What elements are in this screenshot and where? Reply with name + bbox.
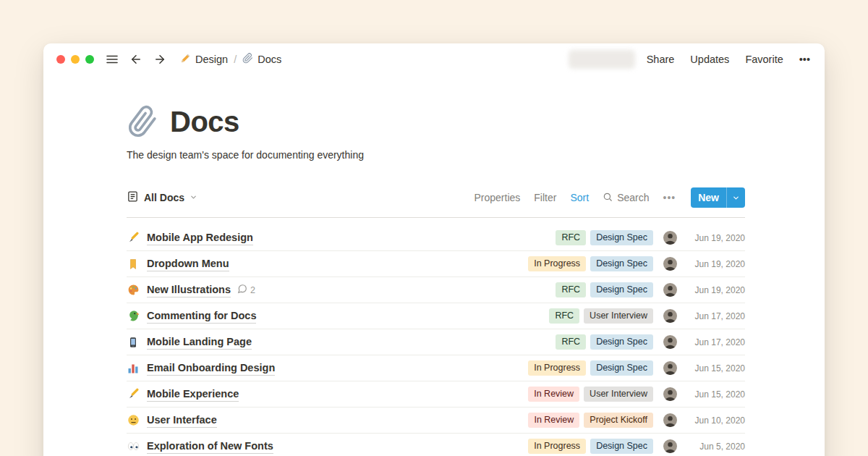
paperclip-icon xyxy=(127,106,158,138)
breadcrumb-separator: / xyxy=(234,54,237,65)
properties-button[interactable]: Properties xyxy=(475,192,521,203)
doc-title-link[interactable]: Mobile App Redesign xyxy=(147,231,253,245)
forward-arrow-icon[interactable] xyxy=(153,53,166,66)
avatar xyxy=(663,231,677,245)
tag-list: RFCDesign Spec xyxy=(556,334,653,350)
tag[interactable]: Design Spec xyxy=(590,360,653,376)
doc-title-link[interactable]: New Illustrations xyxy=(147,283,231,297)
date-label: Jun 17, 2020 xyxy=(684,337,745,347)
doc-title-link[interactable]: Exploration of New Fonts xyxy=(147,439,273,454)
tag[interactable]: RFC xyxy=(549,308,579,324)
tag-list: RFCDesign Spec xyxy=(556,230,653,245)
tag-list: In ReviewUser Interview xyxy=(528,387,653,402)
back-arrow-icon[interactable] xyxy=(129,53,142,66)
new-button-label: New xyxy=(691,192,726,203)
blurred-element xyxy=(569,50,635,69)
page-subtitle: The design team's space for documenting … xyxy=(127,149,745,161)
table-divider xyxy=(127,217,745,218)
bar-chart-icon xyxy=(127,363,140,374)
eyes-icon xyxy=(127,440,140,452)
search-label: Search xyxy=(617,192,649,203)
tag[interactable]: In Review xyxy=(528,413,579,428)
view-switcher[interactable]: All Docs xyxy=(127,190,197,205)
date-label: Jun 5, 2020 xyxy=(684,442,745,452)
new-button[interactable]: New xyxy=(691,187,745,208)
doc-title-link[interactable]: Commenting for Docs xyxy=(147,309,256,324)
toolbar-actions: Properties Filter Sort Search ••• New xyxy=(475,187,746,208)
date-label: Jun 19, 2020 xyxy=(684,285,745,295)
doc-title-link[interactable]: Email Onboarding Design xyxy=(147,361,275,376)
breadcrumb-docs[interactable]: Docs xyxy=(242,53,281,66)
mobile-phone-icon xyxy=(127,337,140,348)
table-row[interactable]: Mobile App RedesignRFCDesign SpecJun 19,… xyxy=(127,225,745,251)
avatar xyxy=(663,439,677,453)
close-button[interactable] xyxy=(56,55,65,64)
doc-title-link[interactable]: Dropdown Menu xyxy=(147,257,229,271)
breadcrumb-design-label: Design xyxy=(195,54,228,65)
view-toolbar: All Docs Properties Filter Sort Search •… xyxy=(127,187,745,208)
table-row[interactable]: Commenting for DocsRFCUser InterviewJun … xyxy=(127,303,745,329)
tag[interactable]: Project Kickoff xyxy=(584,413,653,428)
avatar xyxy=(663,335,677,349)
tag[interactable]: Design Spec xyxy=(590,439,653,454)
tag[interactable]: RFC xyxy=(556,282,586,297)
favorite-button[interactable]: Favorite xyxy=(745,54,783,65)
doc-title-link[interactable]: Mobile Experience xyxy=(147,387,239,402)
search-button[interactable]: Search xyxy=(603,192,649,204)
doc-title-link[interactable]: User Interface xyxy=(147,413,217,428)
date-label: Jun 15, 2020 xyxy=(684,363,745,373)
tag[interactable]: RFC xyxy=(556,334,586,350)
tag[interactable]: Design Spec xyxy=(590,334,653,350)
speech-bubble-icon xyxy=(237,284,247,296)
avatar xyxy=(663,309,677,323)
tag[interactable]: Design Spec xyxy=(590,282,653,297)
parrot-icon xyxy=(127,310,140,322)
breadcrumb-docs-label: Docs xyxy=(258,54,281,65)
neutral-face-icon xyxy=(127,414,140,426)
tag[interactable]: In Progress xyxy=(528,256,586,271)
tag[interactable]: RFC xyxy=(556,230,586,245)
toolbar-more-button[interactable]: ••• xyxy=(663,192,676,203)
paintbrush-icon xyxy=(127,388,140,400)
tag-list: In ProgressDesign Spec xyxy=(528,360,653,376)
tag[interactable]: Design Spec xyxy=(590,256,653,271)
doc-list-icon xyxy=(127,190,139,205)
paperclip-icon xyxy=(242,53,253,66)
tag[interactable]: In Progress xyxy=(528,360,586,376)
avatar xyxy=(663,283,677,297)
filter-button[interactable]: Filter xyxy=(534,192,556,203)
tag[interactable]: User Interview xyxy=(584,308,653,324)
table-row[interactable]: Dropdown MenuIn ProgressDesign SpecJun 1… xyxy=(127,251,745,277)
table-row[interactable]: Exploration of New FontsIn ProgressDesig… xyxy=(127,434,745,456)
tag[interactable]: In Review xyxy=(528,387,579,402)
avatar xyxy=(663,413,677,427)
zoom-button[interactable] xyxy=(85,55,94,64)
tag[interactable]: In Progress xyxy=(528,439,586,454)
avatar xyxy=(663,387,677,401)
doc-table: Mobile App RedesignRFCDesign SpecJun 19,… xyxy=(127,225,745,456)
breadcrumb-design[interactable]: Design xyxy=(180,53,228,66)
tag[interactable]: User Interview xyxy=(584,387,653,402)
hamburger-menu-icon[interactable] xyxy=(106,53,119,66)
avatar xyxy=(663,361,677,375)
share-button[interactable]: Share xyxy=(647,54,675,65)
minimize-button[interactable] xyxy=(71,55,80,64)
table-row[interactable]: Mobile Landing PageRFCDesign SpecJun 17,… xyxy=(127,329,745,355)
table-row[interactable]: Email Onboarding DesignIn ProgressDesign… xyxy=(127,355,745,381)
tag[interactable]: Design Spec xyxy=(590,230,653,245)
doc-title-link[interactable]: Mobile Landing Page xyxy=(147,335,252,350)
breadcrumb: Design / Docs xyxy=(180,53,281,66)
table-row[interactable]: User InterfaceIn ReviewProject KickoffJu… xyxy=(127,408,745,434)
palette-icon xyxy=(127,284,140,296)
comment-count-value: 2 xyxy=(250,285,255,295)
chevron-down-icon[interactable] xyxy=(727,194,745,202)
updates-button[interactable]: Updates xyxy=(690,54,729,65)
table-row[interactable]: New Illustrations2RFCDesign SpecJun 19, … xyxy=(127,277,745,303)
page-title: Docs xyxy=(170,106,239,138)
window-more-button[interactable]: ••• xyxy=(799,54,810,65)
sort-button[interactable]: Sort xyxy=(570,192,589,203)
date-label: Jun 15, 2020 xyxy=(684,389,745,400)
table-row[interactable]: Mobile ExperienceIn ReviewUser Interview… xyxy=(127,381,745,408)
avatar xyxy=(663,257,677,271)
comment-count: 2 xyxy=(237,284,255,296)
